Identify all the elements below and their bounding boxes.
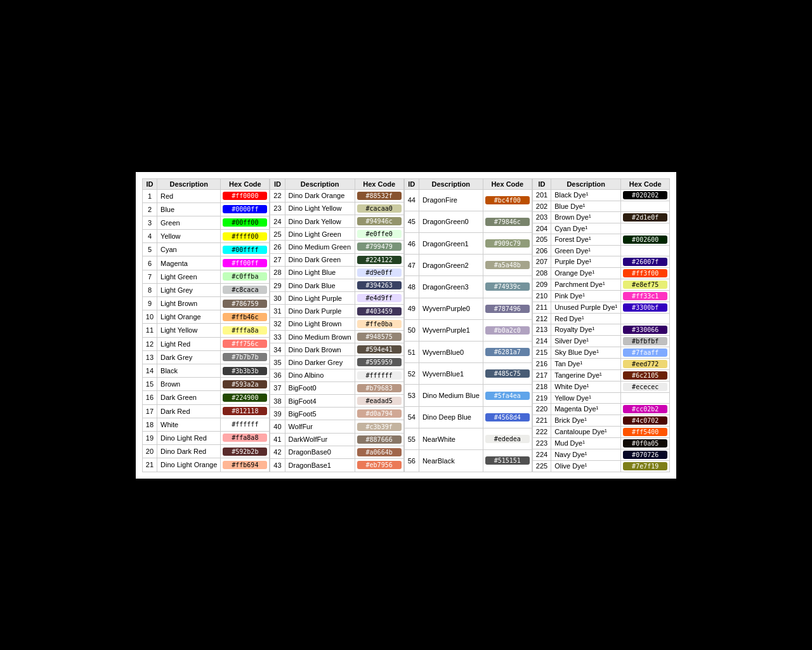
row-id: 36 [270, 369, 285, 381]
row-description: Dino Medium Green [285, 241, 355, 253]
table-row: 209Parchment Dye¹#e8ef75 [532, 279, 669, 290]
table-row: 40WolfFur#c3b39f [270, 420, 403, 433]
color-chip: #b0a2c0 [485, 326, 530, 335]
row-hex: #d0a794 [355, 408, 403, 420]
color-chip: #fffa8a [223, 326, 267, 335]
row-description: Black Dye¹ [551, 189, 621, 201]
table-row: 25Dino Light Green#e0ffe0 [270, 228, 403, 241]
row-description: Light Brown [157, 297, 221, 310]
row-description: Red Dye¹ [551, 313, 621, 324]
row-id: 51 [404, 342, 419, 363]
table-row: 221Brick Dye¹#4c0702 [532, 415, 669, 426]
row-id: 34 [270, 343, 285, 356]
table-row: 48DragonGreen3#74939c [404, 276, 532, 298]
row-description: Magenta Dye¹ [551, 403, 621, 415]
row-description: Unused Purple Dye¹ [551, 302, 621, 313]
color-chip: #a0664b [357, 448, 402, 456]
row-id: 24 [270, 215, 285, 227]
row-hex: #e0ffe0 [355, 228, 403, 241]
color-chip: #ff33c1 [623, 292, 667, 300]
row-description: NearBlack [419, 450, 483, 472]
color-chip: #a5a48b [485, 261, 530, 269]
row-id: 18 [142, 418, 157, 431]
row-hex: #00ffff [221, 243, 270, 256]
row-hex: #ffe0ba [355, 317, 403, 330]
color-chip: #e8ef75 [623, 281, 667, 289]
row-id: 4 [142, 230, 157, 243]
color-chip: #ffb694 [223, 461, 267, 469]
row-hex: #eed772 [621, 358, 670, 369]
row-hex: #ffffff [355, 369, 403, 381]
row-id: 41 [270, 433, 285, 446]
table-row: 45DragonGreen0#79846c [404, 211, 532, 232]
color-chip: #74939c [485, 282, 530, 291]
row-id: 19 [142, 431, 157, 444]
color-chip: #2d1e0f [623, 213, 667, 222]
color-chip: #ffb46c [223, 313, 267, 321]
row-hex: #3300bf [621, 302, 670, 313]
table-row: 27Dino Dark Green#224122 [270, 253, 403, 266]
table-row: 53Dino Medium Blue#5fa4ea [404, 385, 532, 406]
table-row: 14Black#3b3b3b [142, 364, 270, 377]
color-chip: #330066 [623, 326, 667, 334]
row-id: 55 [404, 428, 419, 449]
row-id: 223 [532, 437, 551, 449]
row-id: 43 [270, 459, 285, 472]
row-id: 3 [142, 216, 157, 229]
row-description: WyvernPurple1 [419, 319, 483, 341]
table-row: 21Dino Light Orange#ffb694 [142, 458, 270, 472]
table-row: 215Sky Blue Dye¹#7faaff [532, 347, 669, 358]
row-id: 46 [404, 232, 419, 254]
row-description: WyvernPurple0 [419, 298, 483, 319]
table-row: 224Navy Dye¹#070726 [532, 449, 669, 460]
row-id: 210 [532, 290, 551, 302]
row-hex: #394263 [355, 279, 403, 292]
row-description: Dino Dark Orange [285, 189, 355, 202]
row-id: 221 [532, 415, 551, 426]
row-hex: #b79683 [355, 381, 403, 394]
row-hex: #3b3b3b [221, 364, 270, 377]
row-description: WolfFur [285, 420, 355, 433]
color-chip: #ffe0ba [357, 320, 402, 328]
row-description: DragonGreen1 [419, 232, 483, 254]
row-id: 218 [532, 381, 551, 392]
row-description: Tangerine Dye¹ [551, 369, 621, 381]
table-row: 207Purple Dye¹#26007f [532, 256, 669, 267]
row-description: White Dye¹ [551, 381, 621, 392]
row-description: Forest Dye¹ [551, 234, 621, 245]
row-id: 222 [532, 426, 551, 437]
table-row: 56NearBlack#515151 [404, 450, 532, 472]
color-chip: #070726 [623, 451, 667, 459]
row-hex: #00ff00 [221, 216, 270, 229]
table-row: 211Unused Purple Dye¹#3300bf [532, 302, 669, 313]
table-row: 38BigFoot4#eadad5 [270, 395, 403, 408]
color-chip: #7b7b7b [223, 353, 267, 361]
row-hex: #eadad5 [355, 395, 403, 408]
row-description: Dino Dark Purple [285, 305, 355, 317]
color-chip: #c3b39f [357, 423, 402, 431]
row-id: 17 [142, 404, 157, 418]
row-description: Dino Light Blue [285, 266, 355, 279]
table-row: 10Light Orange#ffb46c [142, 310, 270, 324]
table-row: 203Brown Dye¹#2d1e0f [532, 211, 669, 223]
row-hex: #224122 [355, 253, 403, 266]
row-id: 10 [142, 310, 157, 324]
row-hex: #26007f [621, 256, 670, 267]
row-hex: #74939c [483, 276, 532, 298]
color-chip: #eadad5 [357, 397, 402, 405]
row-id: 202 [532, 201, 551, 211]
color-chip: #224122 [357, 256, 402, 264]
row-id: 9 [142, 297, 157, 310]
table-row: 3Green#00ff00 [142, 216, 270, 229]
row-hex: #ffffff [221, 418, 270, 431]
row-id: 52 [404, 363, 419, 385]
table-row: 20Dino Dark Red#592b2b [142, 445, 270, 458]
color-chip: #00ff00 [223, 218, 267, 227]
table-row: 44DragonFire#bc4f00 [404, 189, 532, 211]
row-description: WyvernBlue1 [419, 363, 483, 385]
row-description: Dark Grey [157, 350, 221, 364]
table-row: 23Dino Light Yellow#cacaa0 [270, 202, 403, 215]
row-description: Dino Albino [285, 369, 355, 381]
color-chip: #ffffff [357, 371, 402, 380]
row-hex [621, 223, 670, 234]
